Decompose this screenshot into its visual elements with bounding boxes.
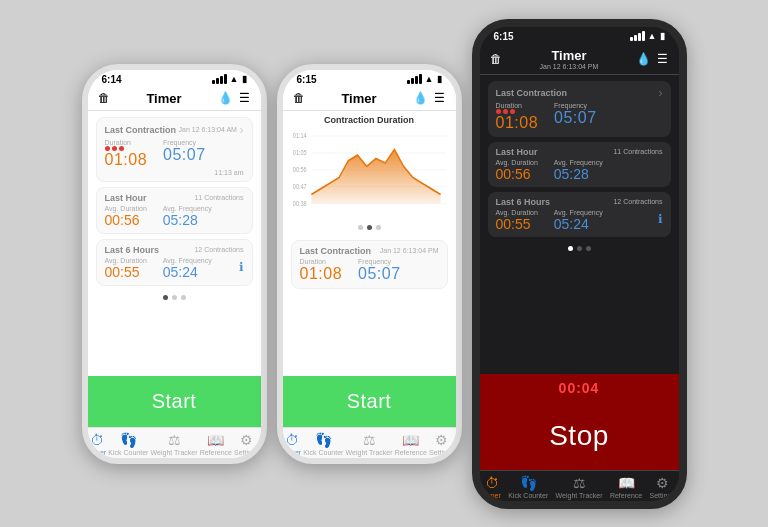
dot-2	[172, 295, 177, 300]
content-3: Last Contraction › Duration 01:08 Freque…	[480, 75, 679, 374]
info-icon-1[interactable]: ℹ	[239, 260, 244, 274]
duration-value-3: 01:08	[496, 114, 539, 132]
frequency-label-1: Frequency	[163, 139, 206, 146]
avg-freq-value-1: 05:28	[163, 212, 212, 228]
last-hour-card-1: Last Hour 11 Contractions Avg. Duration …	[96, 187, 253, 234]
tab-kick-3[interactable]: 👣 Kick Counter	[508, 475, 548, 499]
ref-tab-icon-2: 📖	[402, 432, 419, 448]
time-3: 6:15	[494, 31, 514, 42]
start-button-2[interactable]: Start	[283, 376, 456, 427]
menu-icon-1[interactable]: ☰	[239, 91, 250, 105]
kick-tab-icon-2: 👣	[315, 432, 332, 448]
kick-tab-icon-3: 👣	[520, 475, 537, 491]
tab-ref-1[interactable]: 📖 Reference	[200, 432, 232, 456]
avg-dur-label-3: Avg. Duration	[496, 159, 538, 166]
tab-weight-2[interactable]: ⚖ Weight Tracker	[346, 432, 393, 456]
title-bar-2: 🗑 Timer 💧 ☰	[283, 87, 456, 111]
frequency-value-3: 05:07	[554, 109, 597, 127]
6hours-contractions-1: 12 Contractions	[194, 246, 243, 253]
time-2: 6:15	[297, 74, 317, 85]
tab-settings-3[interactable]: ⚙ Settings	[650, 475, 675, 499]
chevron-icon-1[interactable]: ›	[240, 123, 244, 137]
timer-tab-icon: ⏱	[90, 432, 104, 448]
svg-text:00:47: 00:47	[292, 182, 306, 190]
avg-freq-label-3: Avg. Frequency	[554, 159, 603, 166]
status-icons-1: ▲ ▮	[212, 74, 247, 84]
tab-settings-1[interactable]: ⚙ Settings	[234, 432, 259, 456]
trash-icon-2[interactable]: 🗑	[293, 91, 305, 105]
last-hour-card-3: Last Hour 11 Contractions Avg. Duration …	[488, 142, 671, 187]
tab-weight-3[interactable]: ⚖ Weight Tracker	[556, 475, 603, 499]
svg-text:01:14: 01:14	[292, 131, 306, 139]
avg-dur-label-6h-3: Avg. Duration	[496, 209, 538, 216]
wifi-icon: ▲	[230, 74, 239, 84]
chevron-icon-3[interactable]: ›	[659, 86, 663, 100]
dot-3-3	[586, 246, 591, 251]
tab-kick-1[interactable]: 👣 Kick Counter	[108, 432, 148, 456]
page-dots-1	[96, 291, 253, 304]
tab-timer-3[interactable]: ⏱ Timer	[483, 475, 501, 499]
tab-weight-1[interactable]: ⚖ Weight Tracker	[151, 432, 198, 456]
last-contraction-label-2: Last Contraction	[300, 246, 372, 256]
duration-value-1: 01:08	[105, 151, 148, 169]
trash-icon-1[interactable]: 🗑	[98, 91, 110, 105]
signal-icon-2	[407, 74, 422, 84]
menu-icon-3[interactable]: ☰	[657, 52, 668, 66]
tab-settings-2[interactable]: ⚙ Settings	[429, 432, 454, 456]
tab-ref-3[interactable]: 📖 Reference	[610, 475, 642, 499]
battery-icon-2: ▮	[437, 74, 442, 84]
water-icon-2[interactable]: 💧	[413, 91, 428, 105]
avg-freq-value-6h-3: 05:24	[554, 216, 603, 232]
tab-kick-label-1: Kick Counter	[108, 449, 148, 456]
menu-icon-2[interactable]: ☰	[434, 91, 445, 105]
last-6hours-label-3: Last 6 Hours	[496, 197, 551, 207]
last-contraction-card-1: Last Contraction Jan 12 6:13:04 AM › Dur…	[96, 117, 253, 182]
title-bar-3: 🗑 Timer Jan 12 6:13:04 PM 💧 ☰	[480, 44, 679, 75]
duration-value-2: 01:08	[300, 265, 343, 283]
water-icon-1[interactable]: 💧	[218, 91, 233, 105]
tab-weight-label-1: Weight Tracker	[151, 449, 198, 456]
start-button-1[interactable]: Start	[88, 376, 261, 427]
frequency-label-2: Frequency	[358, 258, 401, 265]
last-6hours-card-1: Last 6 Hours 12 Contractions Avg. Durati…	[96, 239, 253, 286]
stop-button[interactable]: Stop	[480, 402, 679, 470]
hour-contractions-3: 11 Contractions	[613, 148, 662, 155]
page-title-3: Timer	[551, 48, 586, 63]
tab-timer-2[interactable]: ⏱ Timer	[284, 432, 302, 456]
avg-dur-label-1: Avg. Duration	[105, 205, 147, 212]
avg-freq-label-6h-3: Avg. Frequency	[554, 209, 603, 216]
avg-freq-value-3: 05:28	[554, 166, 603, 182]
battery-icon-3: ▮	[660, 31, 665, 41]
last-contraction-label-1: Last Contraction	[105, 125, 177, 135]
avg-dur-value-1: 00:56	[105, 212, 147, 228]
svg-text:00:38: 00:38	[292, 199, 306, 207]
tab-ref-2[interactable]: 📖 Reference	[395, 432, 427, 456]
frequency-value-1: 05:07	[163, 146, 206, 164]
countdown-timer: 00:04	[480, 374, 679, 402]
avg-freq-label-6h-1: Avg. Frequency	[163, 257, 212, 264]
ref-tab-icon-3: 📖	[618, 475, 635, 491]
last-6hours-label-1: Last 6 Hours	[105, 245, 160, 255]
settings-tab-icon-3: ⚙	[656, 475, 669, 491]
avg-dur-value-6h-1: 00:55	[105, 264, 147, 280]
info-icon-3[interactable]: ℹ	[658, 212, 663, 226]
ref-tab-icon: 📖	[207, 432, 224, 448]
tab-kick-2[interactable]: 👣 Kick Counter	[303, 432, 343, 456]
avg-freq-label-1: Avg. Frequency	[163, 205, 212, 212]
frequency-value-2: 05:07	[358, 265, 401, 283]
weight-tab-icon-2: ⚖	[363, 432, 376, 448]
signal-icon	[212, 74, 227, 84]
stop-area: 00:04 Stop	[480, 374, 679, 470]
last-contraction-card-3: Last Contraction › Duration 01:08 Freque…	[488, 81, 671, 137]
tab-timer-1[interactable]: ⏱ Timer	[89, 432, 107, 456]
water-icon-3[interactable]: 💧	[636, 52, 651, 66]
chart-area: Contraction Duration 01:14 01:05 00:56 0…	[283, 111, 456, 221]
trash-icon-3[interactable]: 🗑	[490, 52, 502, 66]
6hours-contractions-3: 12 Contractions	[613, 198, 662, 205]
time-ago-1: 11:13 am	[105, 169, 244, 176]
signal-icon-3	[630, 31, 645, 41]
phones-container: 6:14 ▲ ▮ 🗑 Timer 💧 ☰	[72, 9, 697, 519]
wifi-icon-2: ▲	[425, 74, 434, 84]
dot-2-2	[367, 225, 372, 230]
tab-ref-label-1: Reference	[200, 449, 232, 456]
